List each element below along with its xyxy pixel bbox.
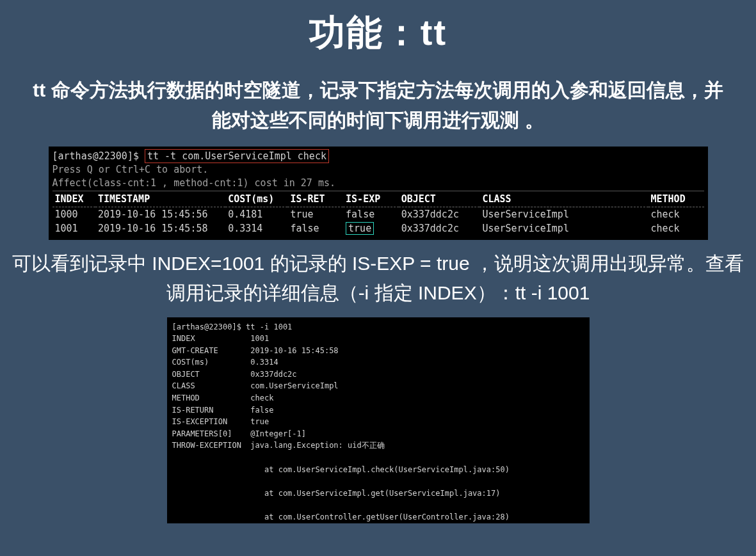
table-cell: 0.4181 bbox=[225, 207, 287, 222]
terminal-1-table: INDEXTIMESTAMPCOST(ms)IS-RETIS-EXPOBJECT… bbox=[52, 191, 704, 236]
table-cell: true bbox=[343, 221, 399, 235]
table-header: INDEX bbox=[52, 191, 95, 207]
terminal-1-prompt: [arthas@22300]$ bbox=[52, 150, 139, 162]
table-cell: 1001 bbox=[52, 221, 95, 235]
table-cell: false bbox=[287, 221, 343, 235]
table-cell: false bbox=[343, 207, 399, 222]
table-header: IS-RET bbox=[287, 191, 343, 207]
subtitle-text: tt 命令方法执行数据的时空隧道，记录下指定方法每次调用的入参和返回信息，并能对… bbox=[26, 75, 730, 135]
table-cell: 2019-10-16 15:45:58 bbox=[95, 221, 225, 235]
table-header: OBJECT bbox=[399, 191, 480, 207]
table-row: 10002019-10-16 15:45:560.4181truefalse0x… bbox=[52, 207, 704, 222]
table-cell: 2019-10-16 15:45:56 bbox=[95, 207, 225, 222]
table-header: IS-EXP bbox=[343, 191, 399, 207]
table-cell: UserServiceImpl bbox=[479, 207, 648, 222]
table-header: METHOD bbox=[648, 191, 704, 207]
page-title: 功能：tt bbox=[0, 0, 756, 58]
table-header: COST(ms) bbox=[225, 191, 287, 207]
terminal-1-affect: Affect(class-cnt:1 , method-cnt:1) cost … bbox=[52, 177, 704, 189]
table-cell: 0x337ddc2c bbox=[399, 221, 480, 235]
terminal-1-abort: Press Q or Ctrl+C to abort. bbox=[52, 163, 704, 176]
is-exp-highlight: true bbox=[346, 222, 374, 235]
table-cell: check bbox=[648, 221, 704, 235]
table-cell: 0x337ddc2c bbox=[399, 207, 480, 222]
table-row: 10012019-10-16 15:45:580.3314falsetrue0x… bbox=[52, 221, 704, 235]
table-header: TIMESTAMP bbox=[95, 191, 225, 207]
table-cell: check bbox=[648, 207, 704, 222]
table-cell: 1000 bbox=[52, 207, 95, 222]
description-text: 可以看到记录中 INDEX=1001 的记录的 IS-EXP = true ，说… bbox=[12, 249, 744, 308]
terminal-1: [arthas@22300]$ tt -t com.UserServiceImp… bbox=[49, 147, 708, 240]
terminal-2: [arthas@22300]$ tt -i 1001 INDEX 1001 GM… bbox=[167, 317, 590, 523]
table-cell: UserServiceImpl bbox=[479, 221, 648, 235]
table-cell: true bbox=[287, 207, 343, 222]
table-header: CLASS bbox=[479, 191, 648, 207]
table-cell: 0.3314 bbox=[225, 221, 287, 235]
terminal-1-command: tt -t com.UserServiceImpl check bbox=[145, 149, 329, 163]
